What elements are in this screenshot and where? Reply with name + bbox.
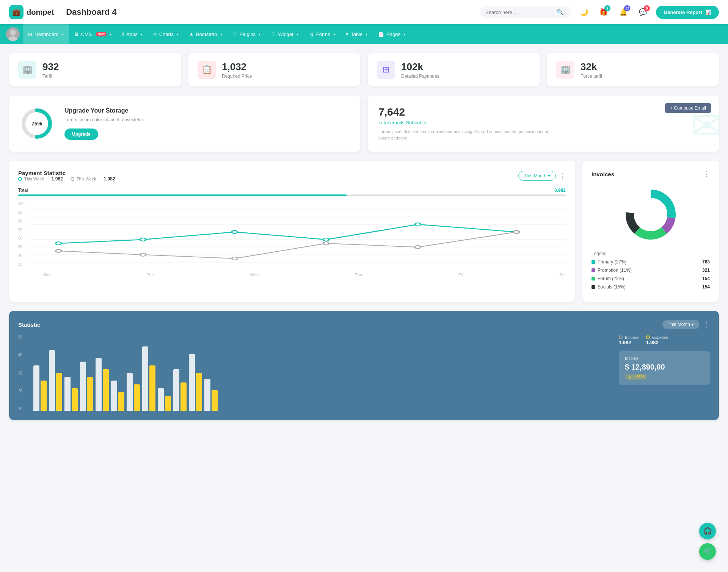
bar-yellow	[196, 373, 202, 411]
bar-group	[158, 388, 171, 411]
chevron-down-icon: ▾	[141, 32, 143, 36]
legend-row-promotion: Promotion (11%) 321	[592, 268, 710, 273]
chevron-down-icon: ▾	[297, 32, 298, 36]
notification-button[interactable]: 🔔 12	[617, 5, 630, 19]
storage-title: Upgrade Your Storage	[64, 107, 144, 114]
logo-icon: 💼	[9, 5, 24, 19]
statistic-more-button[interactable]: ⋮	[703, 320, 710, 329]
tariff-info: 932 Tariff	[42, 61, 59, 79]
force-tariff-number: 32k	[581, 61, 602, 73]
bar-yellow	[149, 365, 155, 411]
expense-dot	[646, 335, 650, 339]
bar-white	[173, 369, 179, 411]
charts-icon: ◇	[153, 31, 157, 37]
primary-color-swatch	[592, 260, 595, 264]
bar-yellow	[165, 396, 171, 411]
storage-info: Upgrade Your Storage Lorem ipsum dolor s…	[64, 107, 144, 140]
generate-report-button[interactable]: Generate Report 📊	[656, 6, 719, 19]
storage-percent: 75%	[31, 121, 42, 127]
chevron-down-icon: ▾	[177, 32, 179, 36]
detailed-number: 102k	[401, 61, 439, 73]
legend-item-1-val: 1.982	[52, 176, 63, 182]
chart-more-button[interactable]: ⋮	[559, 172, 566, 180]
chart-row: Payment Statistic This Week 1.982 This W…	[9, 161, 719, 302]
chat-button[interactable]: 💬 5	[636, 5, 650, 19]
sidebar-item-forms[interactable]: 🖨 Forms ▾	[304, 24, 340, 44]
bar-white	[64, 377, 71, 411]
bar-group	[189, 354, 202, 411]
invoice-donut	[592, 184, 710, 245]
chart-header: Payment Statistic This Week 1.982 This W…	[18, 170, 566, 182]
payment-chart-card: Payment Statistic This Week 1.982 This W…	[9, 161, 575, 302]
chevron-down-icon: ▾	[110, 32, 111, 36]
this-month-filter-button[interactable]: This Month ▾	[518, 171, 556, 181]
chevron-down-icon: ▾	[692, 322, 694, 327]
stat-income-expense-row: Income 1.982 Expense 1.982	[619, 335, 710, 345]
sidebar-item-plugins[interactable]: ♡ Plugins ▾	[228, 24, 266, 44]
chevron-down-icon: ▾	[259, 32, 260, 36]
invoice-more-button[interactable]: ⋮	[703, 170, 710, 178]
bar-white	[80, 362, 86, 411]
sidebar-item-widget[interactable]: ♡ Widget ▾	[266, 24, 303, 44]
bar-white	[49, 350, 55, 411]
sidebar-item-apps[interactable]: ℹ Apps ▾	[117, 24, 148, 44]
sidebar-item-bootstrap[interactable]: ★ Bootstrap ▾	[184, 24, 228, 44]
socials-color-swatch	[592, 285, 595, 289]
statistic-month-filter-button[interactable]: This Month ▾	[662, 320, 699, 329]
svg-point-23	[514, 230, 519, 234]
email-bg-icon: ✉	[691, 103, 719, 148]
required-price-info: 1,032 Required Price	[222, 61, 252, 79]
bar-white	[127, 373, 133, 411]
total-progress-bar	[18, 194, 566, 196]
sidebar-item-charts[interactable]: ◇ Charts ▾	[148, 24, 184, 44]
chevron-down-icon: ▾	[366, 32, 367, 36]
bar-chart-container: 5040302010	[18, 335, 611, 411]
bar-yellow	[118, 392, 124, 411]
svg-point-13	[140, 238, 146, 241]
nav-avatar	[6, 27, 20, 41]
line-chart-svg	[30, 202, 566, 270]
invoice-header: Invoices ⋮	[592, 170, 710, 178]
dark-mode-button[interactable]: 🌙	[577, 5, 591, 19]
sidebar-item-cms[interactable]: ⚙ CMS New ▾	[69, 24, 117, 44]
sidebar-item-pages[interactable]: 📄 Pages ▾	[373, 24, 411, 44]
header: 💼 dompet Dashboard 4 🔍 🌙 🎁 2 🔔 12 💬 5 Ge…	[0, 0, 728, 24]
bar-group	[127, 373, 140, 411]
legend-item-2: This Week	[71, 176, 96, 182]
svg-point-14	[232, 230, 237, 234]
sidebar-item-dashboard[interactable]: ⊞ Dashboard ▾	[23, 24, 69, 44]
statistic-card: Statistic This Month ▾ ⋮ 5040302010	[9, 311, 719, 420]
storage-description: Lorem ipsum dolor sit amet, onsectetur.	[64, 117, 144, 122]
bar-yellow	[41, 381, 47, 411]
bar-chart-icon: 📊	[705, 9, 711, 15]
line-chart-wrapper: 10090807060504030	[18, 202, 566, 277]
upgrade-button[interactable]: Upgrade	[64, 129, 98, 140]
storage-card: 75% Upgrade Your Storage Lorem ipsum dol…	[9, 96, 360, 152]
svg-point-15	[323, 238, 329, 241]
bar-yellow	[72, 388, 78, 411]
svg-point-19	[140, 253, 146, 256]
income-dot	[619, 335, 623, 339]
bar-chart-area	[18, 335, 611, 411]
required-price-number: 1,032	[222, 61, 252, 73]
force-tariff-icon: 🏢	[556, 61, 574, 79]
email-description: Lorem ipsum dolor sit amet, consectetur …	[378, 129, 553, 141]
bar-group	[80, 362, 93, 411]
sidebar-item-table[interactable]: ≡ Table ▾	[340, 24, 373, 44]
search-input[interactable]	[485, 9, 554, 15]
gift-button[interactable]: 🎁 2	[597, 5, 610, 19]
bar-yellow	[180, 382, 187, 411]
bar-yellow	[134, 384, 140, 411]
email-card: + Compose Email 7,642 Total emails Subcr…	[368, 96, 719, 152]
chat-badge: 5	[644, 5, 650, 11]
chart-y-labels: 10090807060504030	[18, 202, 28, 266]
dashboard-icon: ⊞	[28, 31, 32, 37]
bar-yellow	[87, 377, 93, 411]
forms-icon: 🖨	[309, 31, 314, 37]
main-content: 🏢 932 Tariff 📋 1,032 Required Price ⊞ 10…	[0, 44, 728, 429]
statistic-header: Statistic This Month ▾ ⋮	[18, 320, 710, 329]
bar-white	[96, 358, 102, 411]
gift-badge: 2	[604, 5, 610, 11]
search-bar: 🔍	[480, 6, 571, 18]
svg-point-12	[56, 242, 61, 245]
